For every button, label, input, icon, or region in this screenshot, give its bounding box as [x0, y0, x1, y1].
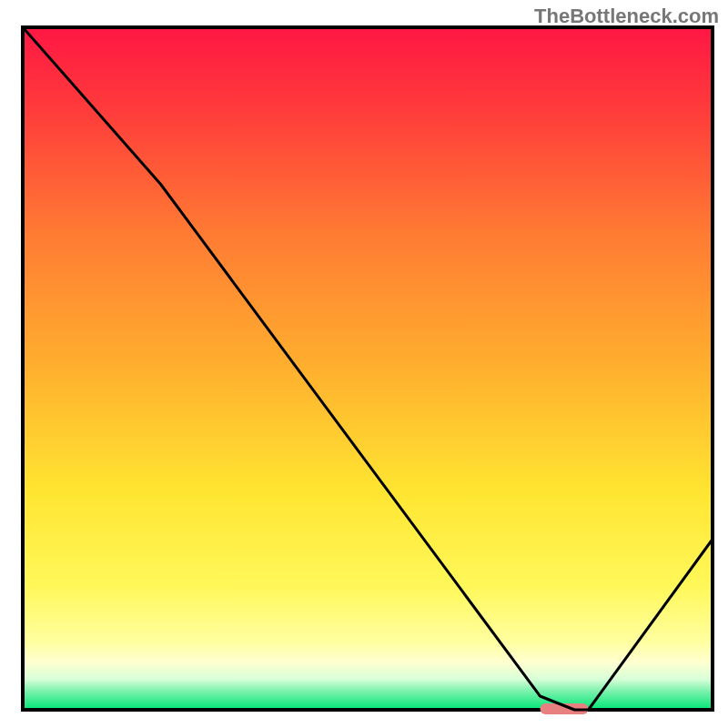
watermark-text: TheBottleneck.com	[534, 5, 719, 28]
chart-svg	[0, 0, 728, 728]
bottleneck-chart: TheBottleneck.com	[0, 0, 728, 728]
plot-background	[23, 27, 713, 710]
